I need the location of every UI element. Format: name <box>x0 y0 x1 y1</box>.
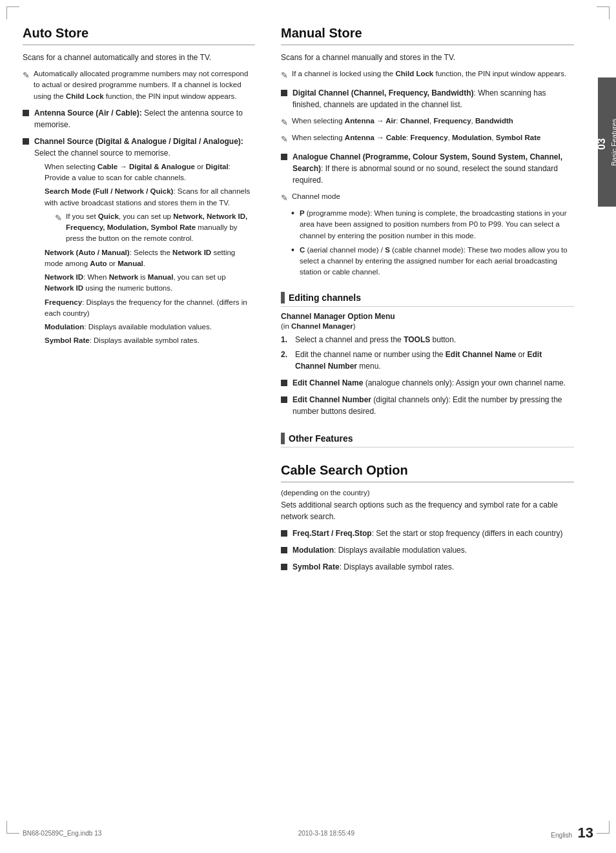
channel-source-text: Select the channel source to memorise. <box>34 149 170 158</box>
editing-channels-subtitle: Editing channels <box>281 292 574 307</box>
manual-store-title: Manual Store <box>281 26 574 45</box>
p-bullet: • <box>291 208 294 242</box>
chapter-number: 03 <box>596 138 608 150</box>
cable-mod-bullet <box>281 547 287 553</box>
spacer-2 <box>281 422 574 433</box>
channel-mode-text: Channel mode <box>292 191 340 205</box>
antenna-air-note: ✎ When selecting Antenna → Air: Channel,… <box>281 116 574 129</box>
antenna-cable-note: ✎ When selecting Antenna → Cable: Freque… <box>281 132 574 146</box>
c-s-mode-item: • C (aerial channel mode) / S (cable cha… <box>291 245 574 278</box>
digital-bullet-icon <box>281 90 287 96</box>
other-features-subtitle: Other Features <box>281 433 574 447</box>
manual-store-note1: ✎ If a channel is locked using the Child… <box>281 68 574 82</box>
cable-intro: Sets additional search options such as t… <box>281 499 574 522</box>
search-mode-block: Search Mode (Full / Network / Quick): Sc… <box>45 186 255 244</box>
corner-mark-tl <box>6 6 19 19</box>
left-column: Auto Store Scans for a channel automatic… <box>23 26 274 578</box>
channel-mode-icon: ✎ <box>281 192 288 205</box>
cable-mod-item: Modulation: Displays available modulatio… <box>281 544 574 556</box>
step-1-num: 1. <box>281 334 291 345</box>
freq-bullet <box>281 530 287 537</box>
channel-manager-sub: (in Channel Manager) <box>281 322 574 330</box>
channel-manager-label: Channel Manager Option Menu <box>281 312 574 321</box>
bullet-icon <box>23 110 29 116</box>
cable-search-title: Cable Search Option <box>281 463 574 482</box>
auto-store-intro: Scans for a channel automatically and st… <box>23 52 255 63</box>
frequency-block: Frequency: Displays the frequency for th… <box>45 297 255 320</box>
edit-num-item: Edit Channel Number (digital channels on… <box>281 394 574 417</box>
antenna-source-content: Antenna Source (Air / Cable): Select the… <box>34 107 255 130</box>
right-column: Manual Store Scans for a channel manuall… <box>274 26 574 578</box>
cable-mod-content: Modulation: Displays available modulatio… <box>293 544 574 556</box>
antenna-air-text: When selecting Antenna → Air: Channel, F… <box>292 116 513 129</box>
page: 03 Basic Features Auto Store Scans for a… <box>0 0 616 853</box>
modulation-block: Modulation: Displays available modulatio… <box>45 322 255 333</box>
content-area: Auto Store Scans for a channel automatic… <box>0 26 597 578</box>
footer-lang-page: English 13 <box>551 825 593 841</box>
analogue-channel-text: If there is abnormal sound or no sound, … <box>293 164 558 185</box>
note-icon-1: ✎ <box>23 69 30 102</box>
antenna-air-icon: ✎ <box>281 116 288 129</box>
auto-store-note1-text: Automatically allocated programme number… <box>34 68 255 102</box>
cable-sym-bullet <box>281 564 287 570</box>
channel-mode-note: ✎ Channel mode <box>281 191 574 205</box>
footer-page-num: 13 <box>578 825 593 841</box>
antenna-source-label: Antenna Source (Air / Cable): <box>34 108 142 118</box>
analogue-channel-content: Analogue Channel (Programme, Colour Syst… <box>293 151 574 186</box>
editing-channels-label: Editing channels <box>289 293 361 303</box>
edit-name-item: Edit Channel Name (analogue channels onl… <box>281 377 574 389</box>
cs-bullet: • <box>291 245 294 278</box>
analogue-channel-item: Analogue Channel (Programme, Colour Syst… <box>281 151 574 186</box>
chapter-label: Basic Features <box>610 118 616 165</box>
edit-num-content: Edit Channel Number (digital channels on… <box>293 394 574 417</box>
page-footer: BN68-02589C_Eng.indb 13 2010-3-18 18:55:… <box>0 825 616 841</box>
step-2-text: Edit the channel name or number using th… <box>295 349 574 372</box>
antenna-cable-icon: ✎ <box>281 133 288 146</box>
step-2-num: 2. <box>281 349 291 372</box>
channel-source-indent: When selecting Cable → Digital & Analogu… <box>45 161 255 184</box>
step-2-item: 2. Edit the channel name or number using… <box>281 349 574 372</box>
manual-store-note1-text: If a channel is locked using the Child L… <box>292 68 566 82</box>
footer-lang: English <box>551 832 572 839</box>
p-mode-text: P (programme mode): When tuning is compl… <box>300 208 574 242</box>
auto-store-title: Auto Store <box>23 26 255 45</box>
symbol-rate-block: Symbol Rate: Displays available symbol r… <box>45 335 255 346</box>
channel-source-item: Channel Source (Digital & Analogue / Dig… <box>23 136 255 349</box>
quick-note-icon: ✎ <box>55 212 62 245</box>
antenna-source-item: Antenna Source (Air / Cable): Select the… <box>23 107 255 130</box>
step-1-text: Select a channel and press the TOOLS but… <box>295 334 456 345</box>
p-mode-item: • P (programme mode): When tuning is com… <box>291 208 574 242</box>
footer-date: 2010-3-18 18:55:49 <box>298 830 354 837</box>
edit-name-content: Edit Channel Name (analogue channels onl… <box>293 377 574 389</box>
quick-note: ✎ If you set Quick, you can set up Netwo… <box>55 211 255 245</box>
c-s-mode-text: C (aerial channel mode) / S (cable chann… <box>300 245 574 278</box>
manual-store-intro: Scans for a channel manually and stores … <box>281 52 574 63</box>
manual-note-icon-1: ✎ <box>281 69 288 82</box>
digital-channel-content: Digital Channel (Channel, Frequency, Ban… <box>293 87 574 110</box>
cable-sym-content: Symbol Rate: Displays available symbol r… <box>293 561 574 573</box>
network-id-block: Network ID: When Network is Manual, you … <box>45 272 255 294</box>
quick-note-text: If you set Quick, you can set up Network… <box>66 211 255 245</box>
corner-mark-tr <box>597 6 610 19</box>
antenna-cable-text: When selecting Antenna → Cable: Frequenc… <box>292 132 540 146</box>
freq-content: Freq.Start / Freq.Stop: Set the start or… <box>293 528 574 539</box>
footer-file: BN68-02589C_Eng.indb 13 <box>23 830 101 837</box>
bullet-icon-2 <box>23 138 29 145</box>
network-block: Network (Auto / Manual): Selects the Net… <box>45 247 255 270</box>
channel-source-content: Channel Source (Digital & Analogue / Dig… <box>34 136 255 349</box>
analogue-bullet-icon <box>281 154 287 160</box>
cable-sub: (depending on the country) <box>281 489 574 497</box>
spacer-3 <box>281 453 574 463</box>
edit-num-bullet <box>281 396 287 403</box>
other-features-label: Other Features <box>289 433 353 444</box>
spacer-1 <box>281 282 574 292</box>
digital-channel-item: Digital Channel (Channel, Frequency, Ban… <box>281 87 574 110</box>
step-1-item: 1. Select a channel and press the TOOLS … <box>281 334 574 345</box>
edit-name-bullet <box>281 380 287 386</box>
digital-channel-label: Digital Channel (Channel, Frequency, Ban… <box>293 88 476 98</box>
auto-store-note1: ✎ Automatically allocated programme numb… <box>23 68 255 102</box>
channel-source-label: Channel Source (Digital & Analogue / Dig… <box>34 137 243 146</box>
cable-sym-item: Symbol Rate: Displays available symbol r… <box>281 561 574 573</box>
chapter-tab: 03 Basic Features <box>598 77 616 207</box>
freq-start-item: Freq.Start / Freq.Stop: Set the start or… <box>281 528 574 539</box>
